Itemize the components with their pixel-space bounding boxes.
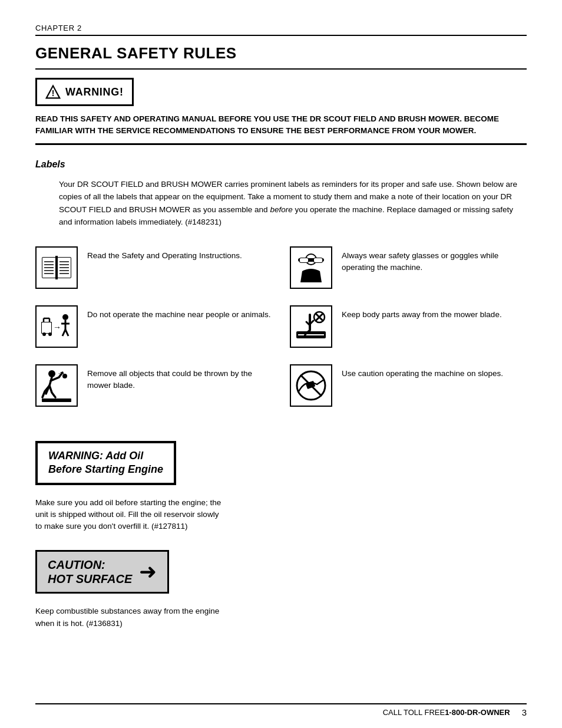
warning-oil-container: WARNING: Add Oil Before Starting Engine … (35, 435, 224, 533)
people-icon: → (35, 305, 78, 348)
caution-text-line1: CAUTION: (48, 558, 132, 572)
footer-call-text: CALL TOLL FREE (383, 708, 445, 717)
svg-point-46 (62, 374, 67, 378)
label-item-throw: Remove all objects that could be thrown … (35, 364, 272, 407)
svg-point-33 (62, 314, 68, 320)
label-item-people: → Do not operate the machine near people… (35, 305, 272, 348)
warning-oil-text: WARNING: Add Oil Before Starting Engine (48, 449, 163, 477)
label-text-slope: Use caution operating the machine on slo… (342, 364, 503, 380)
caution-row: CAUTION: HOT SURFACE ➜ Keep combustible … (35, 544, 527, 630)
caution-text-line2: HOT SURFACE (48, 572, 132, 586)
label-text-read: Read the Safety and Operating Instructio… (87, 246, 242, 262)
label-text-throw: Remove all objects that could be thrown … (87, 364, 272, 392)
footer-page: 3 (522, 707, 527, 717)
label-item-blade: Keep body parts away from the mower blad… (290, 305, 527, 348)
svg-line-37 (65, 330, 68, 336)
bottom-labels-row: WARNING: Add Oil Before Starting Engine … (35, 435, 527, 533)
caution-description: Keep combustible substances away from th… (35, 599, 236, 630)
footer-rule (35, 703, 527, 704)
warning-triangle-icon: ! (45, 84, 61, 100)
caution-container: CAUTION: HOT SURFACE ➜ Keep combustible … (35, 544, 236, 630)
labels-section-title: Labels (35, 159, 527, 170)
chapter-title: GENERAL SAFETY RULES (35, 44, 527, 62)
svg-rect-26 (42, 322, 51, 333)
blade-body-icon (290, 305, 332, 348)
svg-rect-24 (314, 258, 322, 262)
book-icon (35, 246, 78, 289)
labels-grid: Read the Safety and Operating Instructio… (35, 246, 527, 423)
goggles-icon (290, 246, 332, 289)
svg-point-31 (48, 332, 52, 336)
label-item-read: Read the Safety and Operating Instructio… (35, 246, 272, 289)
label-item-slope: Use caution operating the machine on slo… (290, 364, 527, 407)
label-text-blade: Keep body parts away from the mower blad… (342, 305, 502, 321)
svg-rect-23 (300, 258, 308, 262)
title-rule (35, 68, 527, 70)
svg-rect-47 (42, 398, 71, 402)
footer: CALL TOLL FREE 1-800-DR-OWNER 3 (35, 707, 527, 717)
chapter-label: CHAPTER 2 (35, 24, 527, 32)
warning-oil-description: Make sure you add oil before starting th… (35, 491, 224, 533)
label-item-goggles: Always wear safety glasses or goggles wh… (290, 246, 527, 289)
warning-box: ! WARNING! (35, 78, 134, 106)
warning-text: READ THIS SAFETY AND OPERATING MANUAL BE… (35, 113, 527, 137)
page: CHAPTER 2 GENERAL SAFETY RULES ! WARNING… (0, 0, 562, 728)
top-rule (35, 35, 527, 36)
label-text-people: Do not operate the machine near people o… (87, 305, 270, 321)
slope-icon (290, 364, 332, 407)
throw-icon (35, 364, 78, 407)
warning-box-label: WARNING! (65, 86, 124, 98)
caution-box: CAUTION: HOT SURFACE ➜ (35, 550, 169, 594)
svg-text:→: → (53, 322, 61, 332)
caution-arrow-icon: ➜ (139, 559, 157, 584)
svg-point-30 (42, 332, 46, 336)
footer-phone: 1-800-DR-OWNER (445, 708, 510, 717)
intro-text: Your DR SCOUT FIELD and BRUSH MOWER carr… (59, 178, 521, 229)
bottom-warning-rule (35, 143, 527, 145)
svg-text:!: ! (52, 88, 55, 98)
label-text-goggles: Always wear safety glasses or goggles wh… (342, 246, 527, 274)
svg-point-45 (48, 370, 55, 377)
warning-oil-box: WARNING: Add Oil Before Starting Engine (35, 441, 176, 485)
